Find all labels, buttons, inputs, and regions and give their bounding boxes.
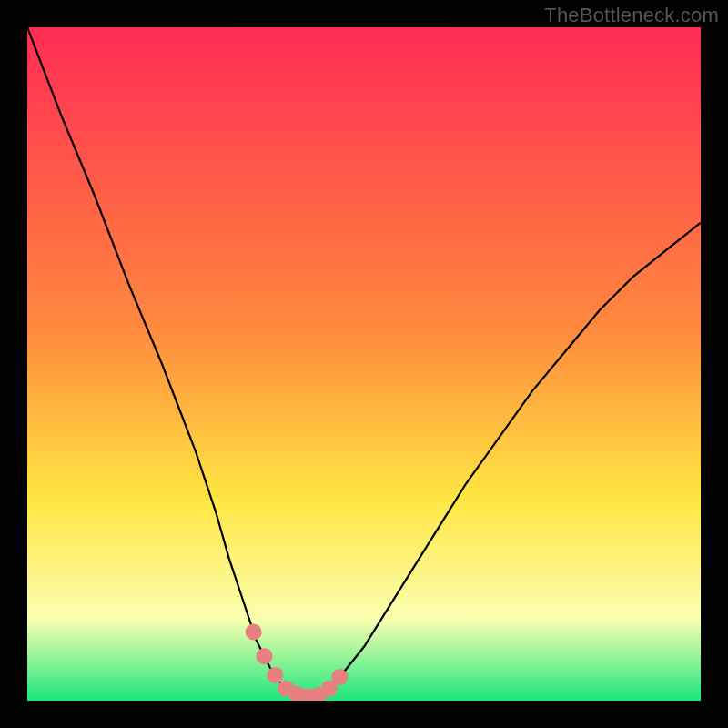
- highlight-dot: [331, 669, 348, 685]
- gradient-background: [27, 27, 701, 701]
- highlight-dot: [246, 624, 262, 641]
- plot-area: [27, 27, 701, 701]
- highlight-dot: [257, 648, 273, 664]
- watermark-text: TheBottleneck.com: [544, 4, 719, 27]
- chart-container: TheBottleneck.com: [0, 0, 728, 728]
- highlight-dot: [267, 667, 283, 683]
- chart-svg: [27, 27, 701, 701]
